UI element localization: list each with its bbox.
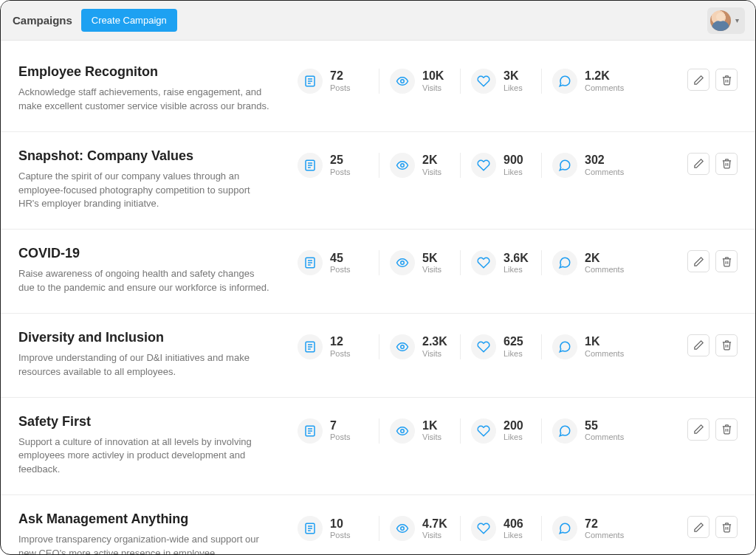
- stat-label: Visits: [422, 349, 447, 359]
- top-bar: Campaigns Create Campaign ▾: [1, 1, 755, 41]
- heart-icon: [471, 516, 496, 541]
- edit-button[interactable]: [687, 153, 709, 175]
- edit-button[interactable]: [687, 334, 709, 356]
- stat-value: 625: [504, 335, 523, 348]
- pencil-icon: [693, 256, 704, 267]
- stat-visits: 10K Visits: [379, 69, 460, 94]
- posts-icon: [298, 334, 323, 359]
- posts-icon: [298, 516, 323, 541]
- comment-icon: [552, 334, 577, 359]
- stat-likes: 3.6K Likes: [460, 250, 541, 275]
- stat-value: 406: [504, 517, 523, 531]
- campaign-info: Snapshot: Company Values Capture the spi…: [18, 148, 284, 212]
- stat-posts: 25 Posts: [298, 153, 379, 178]
- stat-label: Posts: [330, 531, 351, 540]
- campaign-stats: 7 Posts 1K Visits 200 Likes: [298, 414, 674, 444]
- campaign-stats: 45 Posts 5K Visits 3.6K Likes: [298, 246, 674, 275]
- row-actions: [687, 64, 738, 91]
- delete-button[interactable]: [715, 418, 738, 441]
- stat-value: 72: [330, 69, 351, 83]
- stat-value: 1K: [422, 419, 441, 432]
- stat-comments: 2K Comments: [541, 250, 634, 275]
- campaign-info: Diversity and Inclusion Improve understa…: [18, 330, 284, 379]
- avatar: [710, 10, 731, 31]
- stat-value: 45: [330, 252, 351, 265]
- create-campaign-button[interactable]: Create Campaign: [81, 9, 177, 32]
- stat-value: 10: [330, 517, 351, 531]
- campaign-info: Safety First Support a culture of innova…: [18, 414, 284, 478]
- trash-icon: [721, 75, 732, 86]
- posts-icon: [298, 153, 323, 178]
- row-actions: [687, 414, 738, 441]
- edit-button[interactable]: [687, 418, 709, 441]
- campaign-row: Employee Recogniton Acknowledge staff ac…: [1, 48, 755, 132]
- chevron-down-icon: ▾: [735, 16, 739, 24]
- stat-value: 1K: [585, 335, 624, 348]
- stat-label: Posts: [330, 168, 351, 177]
- comment-icon: [552, 418, 577, 444]
- delete-button[interactable]: [715, 250, 738, 272]
- stat-comments: 55 Comments: [541, 418, 634, 444]
- heart-icon: [471, 418, 496, 444]
- stat-posts: 7 Posts: [298, 418, 379, 444]
- pencil-icon: [693, 75, 704, 86]
- stat-posts: 12 Posts: [298, 334, 379, 359]
- stat-comments: 1.2K Comments: [541, 69, 634, 94]
- edit-button[interactable]: [687, 516, 709, 538]
- pencil-icon: [693, 339, 704, 351]
- pencil-icon: [693, 522, 704, 533]
- row-actions: [687, 246, 738, 272]
- delete-button[interactable]: [715, 516, 738, 538]
- heart-icon: [471, 250, 496, 275]
- stat-visits: 1K Visits: [379, 418, 460, 444]
- stat-value: 900: [504, 154, 523, 167]
- user-menu[interactable]: ▾: [707, 7, 745, 34]
- delete-button[interactable]: [715, 334, 738, 356]
- campaign-title: Snapshot: Company Values: [18, 148, 272, 164]
- campaign-row: Diversity and Inclusion Improve understa…: [1, 314, 755, 398]
- stat-value: 3K: [504, 69, 523, 83]
- stat-value: 2K: [422, 154, 441, 167]
- eye-icon: [390, 153, 415, 178]
- campaign-row: Safety First Support a culture of innova…: [1, 398, 755, 496]
- campaign-title: Diversity and Inclusion: [18, 330, 272, 345]
- stat-label: Comments: [585, 265, 624, 275]
- campaign-stats: 12 Posts 2.3K Visits 625 Likes: [298, 330, 674, 359]
- comment-icon: [552, 69, 577, 94]
- stat-posts: 10 Posts: [298, 516, 379, 541]
- stat-visits: 2.3K Visits: [379, 334, 460, 359]
- eye-icon: [390, 69, 415, 94]
- comment-icon: [552, 153, 577, 178]
- stat-label: Visits: [422, 432, 441, 442]
- stat-posts: 72 Posts: [298, 69, 379, 94]
- stat-label: Visits: [422, 531, 447, 540]
- stat-value: 55: [585, 419, 624, 432]
- campaign-description: Capture the spirit of our company values…: [18, 170, 272, 212]
- delete-button[interactable]: [715, 69, 738, 91]
- stat-label: Likes: [504, 168, 523, 177]
- stat-value: 2K: [585, 252, 624, 265]
- campaign-description: Improve understanding of our D&I initiat…: [18, 351, 272, 379]
- stat-visits: 4.7K Visits: [379, 516, 460, 541]
- stat-value: 302: [585, 154, 624, 167]
- stat-label: Posts: [330, 83, 351, 93]
- campaign-row: Ask Management Anything Improve transpar…: [1, 495, 755, 554]
- edit-button[interactable]: [687, 250, 709, 272]
- stat-label: Posts: [330, 349, 351, 359]
- campaign-info: COVID-19 Raise awareness of ongoing heal…: [18, 246, 284, 295]
- campaign-title: Ask Management Anything: [18, 511, 272, 527]
- row-actions: [687, 511, 738, 538]
- stat-value: 200: [504, 419, 523, 432]
- stat-likes: 625 Likes: [460, 334, 541, 359]
- delete-button[interactable]: [715, 153, 738, 175]
- stat-label: Comments: [585, 83, 624, 93]
- stat-label: Likes: [504, 531, 523, 540]
- stat-label: Comments: [585, 168, 624, 177]
- stat-posts: 45 Posts: [298, 250, 379, 275]
- trash-icon: [721, 256, 732, 267]
- stat-visits: 2K Visits: [379, 153, 460, 178]
- campaign-description: Support a culture of innovation at all l…: [18, 435, 272, 478]
- edit-button[interactable]: [687, 69, 709, 91]
- campaign-title: Safety First: [18, 414, 272, 430]
- stat-likes: 406 Likes: [460, 516, 541, 541]
